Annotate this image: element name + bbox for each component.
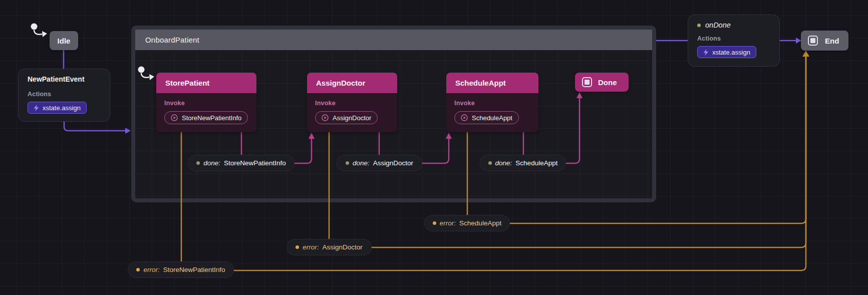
transition-prefix: done: [203, 159, 220, 167]
transition-dot [136, 268, 140, 271]
play-icon [171, 114, 178, 121]
transition-prefix: error: [303, 243, 319, 251]
transition-target: ScheduleAppt [459, 219, 501, 227]
transition-prefix: error: [440, 219, 456, 227]
transition-target: AssignDoctor [373, 159, 413, 167]
state-node-end[interactable]: End [801, 31, 848, 51]
final-state-icon [582, 77, 592, 87]
state-header[interactable]: StorePatient [156, 73, 256, 93]
transition-dot [296, 245, 299, 249]
state-node-scheduleappt[interactable]: ScheduleAppt Invoke ScheduleAppt [446, 73, 538, 132]
action-pill-xstate-assign[interactable]: xstate.assign [28, 102, 87, 114]
action-pill-xstate-assign[interactable]: xstate.assign [697, 46, 756, 58]
transition-target: StoreNewPatientInfo [224, 159, 286, 167]
transition-label-error-assigndoctor[interactable]: error: AssignDoctor [286, 239, 372, 255]
state-node-idle[interactable]: Idle [50, 31, 78, 50]
final-state-icon [808, 36, 818, 46]
play-icon [461, 114, 468, 121]
state-label: End [825, 37, 839, 45]
invoke-label: Invoke [454, 100, 530, 107]
state-header[interactable]: AssignDoctor [307, 73, 397, 93]
invoke-label: Invoke [164, 100, 248, 107]
lightning-icon [34, 105, 39, 111]
edge-newpatientevent-to-onboardpatient[interactable] [64, 122, 131, 134]
transition-target: ScheduleAppt [515, 159, 557, 167]
transition-label-done-assigndoctor[interactable]: done: AssignDoctor [337, 155, 422, 171]
initial-state-icon [31, 24, 48, 38]
actions-label: Actions [28, 91, 101, 98]
transition-dot [346, 161, 349, 165]
state-node-done[interactable]: Done [575, 73, 629, 92]
state-node-storepatient[interactable]: StorePatient Invoke StoreNewPatientInfo [156, 73, 256, 132]
invoke-pill-scheduleappt[interactable]: ScheduleAppt [454, 111, 519, 124]
play-icon [322, 114, 329, 121]
action-label: xstate.assign [43, 104, 81, 112]
event-block-newpatientevent[interactable]: NewPatientEvent Actions xstate.assign [18, 69, 110, 122]
invoke-pill-storenewpatientinfo[interactable]: StoreNewPatientInfo [164, 111, 248, 124]
actions-label: Actions [697, 35, 770, 42]
state-label: Done [598, 78, 617, 87]
compound-state-title: OnboardPatient [145, 36, 199, 44]
event-title: NewPatientEvent [28, 75, 101, 83]
transition-dot [488, 161, 492, 165]
event-title: onDone [705, 21, 731, 29]
transition-target: AssignDoctor [322, 243, 362, 251]
invoke-service: AssignDoctor [333, 114, 371, 122]
transition-dot [697, 24, 701, 27]
transition-label-error-storenewpatientinfo[interactable]: error: StoreNewPatientInfo [128, 261, 234, 278]
action-label: xstate.assign [712, 49, 750, 56]
state-node-assigndoctor[interactable]: AssignDoctor Invoke AssignDoctor [307, 73, 397, 132]
invoke-service: ScheduleAppt [472, 114, 512, 122]
edge-ondone-to-end[interactable] [780, 38, 801, 44]
transition-prefix: error: [143, 266, 159, 273]
invoke-pill-assigndoctor[interactable]: AssignDoctor [315, 111, 378, 124]
transition-target: StoreNewPatientInfo [163, 266, 225, 273]
event-block-ondone[interactable]: onDone Actions xstate.assign [688, 15, 780, 67]
invoke-service: StoreNewPatientInfo [182, 114, 241, 122]
compound-state-header[interactable]: OnboardPatient [135, 30, 652, 50]
transition-label-done-storenewpatientinfo[interactable]: done: StoreNewPatientInfo [188, 155, 295, 171]
state-title: StorePatient [165, 79, 209, 87]
transition-prefix: done: [353, 159, 370, 167]
state-title: AssignDoctor [316, 79, 365, 87]
transition-dot [196, 161, 200, 165]
state-machine-canvas[interactable]: { "canvas": { "background": "#15151b", "… [0, 0, 868, 295]
state-title: ScheduleAppt [455, 79, 506, 87]
transition-label-error-scheduleappt[interactable]: error: ScheduleAppt [424, 215, 510, 231]
state-header[interactable]: ScheduleAppt [446, 73, 538, 93]
transition-label-done-scheduleappt[interactable]: done: ScheduleAppt [480, 155, 566, 171]
state-label: Idle [58, 37, 71, 45]
transition-dot [433, 221, 436, 225]
lightning-icon [703, 49, 709, 56]
invoke-label: Invoke [315, 100, 389, 107]
transition-prefix: done: [495, 159, 512, 167]
